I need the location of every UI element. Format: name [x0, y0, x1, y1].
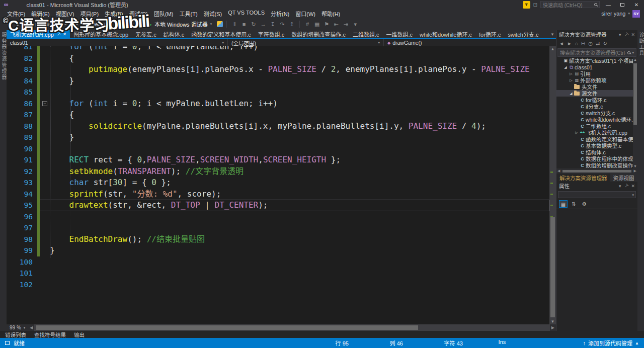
quick-launch-input[interactable]: 快速启动 (Ctrl+Q) [540, 1, 600, 8]
tree-item[interactable]: ▷▥外部依赖项 [556, 77, 637, 83]
close-icon[interactable]: ✕ [63, 32, 67, 37]
tree-item[interactable]: ▣解决方案"class01"(1 个项目) [556, 57, 637, 64]
nav-back-icon[interactable]: ◄ [559, 41, 564, 46]
tree-item[interactable]: C数据在程序中的体现.c [556, 155, 637, 162]
project-dropdown[interactable]: class01▾ [7, 39, 228, 46]
tree-item[interactable]: C基本数据类型.c [556, 142, 637, 149]
next-bookmark-icon[interactable]: ⇥ [342, 21, 350, 28]
document-tab[interactable]: 结构体.c [160, 30, 188, 38]
breakpoint-margin[interactable] [7, 211, 16, 223]
minimize-button[interactable]: — [603, 2, 614, 8]
step-into-icon[interactable]: ↧ [269, 21, 277, 28]
collapse-all-icon[interactable]: ⊟ [581, 41, 585, 46]
scroll-left-icon[interactable]: ◀ [28, 325, 34, 330]
bottom-tab[interactable]: 错误列表 [5, 331, 26, 338]
document-tab[interactable]: 二维数组.c [349, 30, 383, 38]
menu-item[interactable]: 帮助(H) [318, 9, 343, 19]
tree-item[interactable]: Cswitch分支.c [556, 110, 637, 116]
tree-item[interactable]: Cif分支.c [556, 103, 637, 110]
code-line[interactable]: 101 [7, 268, 549, 279]
step-over-icon[interactable]: ↷ [278, 21, 286, 28]
toolbar-options-icon[interactable]: ▾ [351, 21, 359, 28]
code-line[interactable]: 97 [7, 222, 549, 234]
navigate-forward-icon[interactable]: ► [15, 21, 23, 28]
navigate-back-icon[interactable]: ◄ [5, 21, 13, 28]
breakpoint-margin[interactable] [7, 279, 16, 291]
add-to-source-control-button[interactable]: ↑ 添加到源代码管理 ▲ [583, 339, 639, 347]
tree-item[interactable]: ▷++飞机大战代码.cpp [556, 129, 637, 136]
code-line[interactable]: 89 } [7, 132, 549, 143]
breakpoint-margin[interactable] [7, 46, 16, 53]
breakpoint-margin[interactable] [7, 143, 16, 155]
break-all-icon[interactable]: ‖ [230, 21, 238, 28]
code-line[interactable]: 91 RECT rect = { 0,PALNE_SIZE,SCREEN_WID… [7, 154, 549, 166]
tree-item[interactable]: Cfor循环.c [556, 97, 637, 103]
breakpoint-margin[interactable] [7, 234, 16, 245]
fold-collapse-icon[interactable]: − [42, 101, 47, 106]
code-line[interactable]: 102 [7, 279, 549, 291]
tree-item[interactable]: C函数的定义和基本使用.c [556, 136, 637, 142]
pin-icon[interactable]: ⊤ [56, 31, 61, 37]
hscroll-track[interactable] [34, 324, 549, 331]
code-line[interactable]: 96 [7, 211, 549, 223]
tool-window-tab[interactable]: 解决方案资源管理器 [556, 173, 610, 182]
scope-dropdown[interactable]: (全局范围)▾ [228, 39, 384, 46]
tree-item[interactable]: Cwhile和dowhile循环.c [556, 116, 637, 123]
property-pages-icon[interactable]: ⚙ [580, 200, 589, 208]
save-all-icon[interactable]: ⊞ [53, 21, 61, 28]
scroll-up-icon[interactable]: ▲ [549, 47, 556, 51]
code-line[interactable]: 85 [7, 86, 549, 98]
start-debug-button[interactable]: ▶ 本地 Windows 调试器▾ [144, 20, 215, 28]
code-line[interactable]: 99} [7, 245, 549, 256]
breakpoint-margin[interactable] [7, 64, 16, 75]
bookmark-icon[interactable]: ⚑ [323, 21, 331, 28]
tree-item[interactable]: C结构体.c [556, 149, 637, 155]
breakpoint-margin[interactable] [7, 200, 16, 211]
refresh-icon[interactable]: ↻ [603, 41, 607, 46]
menu-item[interactable]: 生成(B) [102, 9, 126, 19]
new-file-icon[interactable]: ▤ [24, 21, 32, 28]
hscroll-thumb[interactable] [36, 325, 418, 330]
memory-window-icon[interactable]: ▦ [313, 21, 321, 28]
code-line[interactable]: 82 { [7, 53, 549, 64]
document-tab[interactable]: 一维数组.c [382, 30, 416, 38]
code-line[interactable]: 84 } [7, 75, 549, 87]
menu-item[interactable]: 编辑(E) [28, 9, 53, 19]
code-line[interactable]: 100 [7, 256, 549, 268]
breakpoints-icon[interactable]: # [303, 21, 311, 28]
server-explorer-vertical-tab[interactable]: 服务器资源管理器 [0, 30, 7, 331]
restore-button[interactable] [617, 2, 628, 8]
code-line[interactable]: 81 for (int i = 0; i < enemyPlaneLen; i+… [7, 46, 549, 53]
attach-to-process-icon[interactable] [217, 21, 223, 27]
zoom-dropdown[interactable]: 99 %▾ [7, 325, 28, 330]
document-tab[interactable]: 飞机大战代码.cpp⊤✕ [7, 30, 70, 38]
menu-item[interactable]: 分析(N) [268, 9, 292, 19]
code-line[interactable]: 87 { [7, 109, 549, 121]
restart-icon[interactable]: ↻ [250, 21, 258, 28]
restore-layout-icon[interactable] [5, 341, 10, 345]
document-tab[interactable]: 数组的增删改查操作.c [288, 30, 349, 38]
scroll-down-icon[interactable]: ▼ [549, 319, 556, 324]
breakpoint-margin[interactable] [7, 166, 16, 178]
menu-item[interactable]: 文件(F) [4, 9, 28, 19]
breakpoint-margin[interactable] [7, 256, 16, 268]
breakpoint-margin[interactable] [7, 75, 16, 87]
pin-icon[interactable]: ⊤ [623, 183, 629, 189]
code-editor[interactable]: 81 for (int i = 0; i < enemyPlaneLen; i+… [7, 46, 549, 324]
breakpoint-margin[interactable] [7, 177, 16, 189]
tool-window-tab[interactable]: 资源视图 [610, 173, 637, 182]
document-tab[interactable]: switch分支.c [504, 30, 542, 38]
code-line[interactable]: 90 [7, 143, 549, 155]
breakpoint-margin[interactable] [7, 268, 16, 279]
chevron-down-icon[interactable]: ▾ [619, 184, 621, 189]
properties-object-dropdown[interactable]: ▾ [558, 191, 636, 198]
open-file-icon[interactable]: ▦ [34, 21, 42, 28]
code-line[interactable]: 94 sprintf(str, "分数: %d", score); [7, 189, 549, 200]
undo-icon[interactable]: ↶ [62, 21, 70, 28]
menu-item[interactable]: 项目(P) [77, 9, 102, 19]
scroll-right-icon[interactable]: ▶ [550, 325, 556, 330]
previous-bookmark-icon[interactable]: ⇤ [332, 21, 340, 28]
close-icon[interactable]: ✕ [631, 32, 635, 37]
tree-item[interactable]: ◢⧉class01 [556, 64, 637, 70]
document-tab[interactable]: 图形库的基本概念.cpp [70, 30, 132, 38]
